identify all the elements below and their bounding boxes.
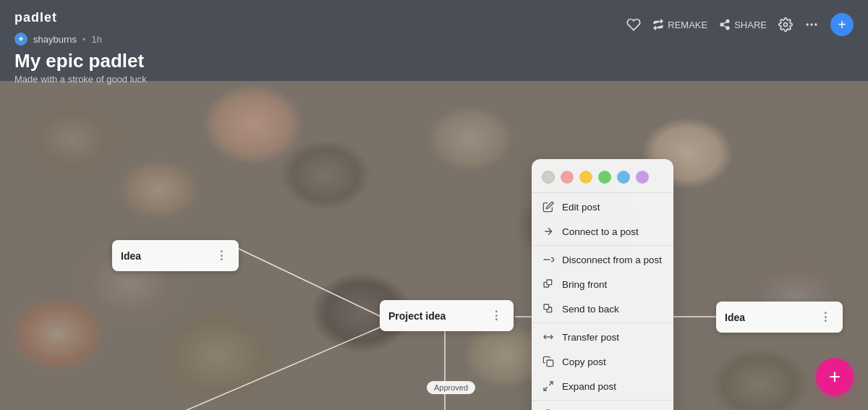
svg-point-0	[726, 20, 729, 22]
padlet-logo: padlet	[14, 10, 626, 25]
settings-button[interactable]	[778, 17, 793, 32]
svg-point-2	[726, 27, 729, 30]
menu-divider-1	[532, 192, 673, 193]
padlet-title: My epic padlet	[14, 50, 626, 72]
card-project-idea[interactable]: Project idea ⋮	[380, 300, 514, 331]
header: padlet + shayburns • 1h My epic padlet M…	[0, 0, 868, 81]
remake-button[interactable]: REMAKE	[652, 19, 707, 30]
header-right: REMAKE SHARE +	[626, 10, 854, 36]
svg-point-1	[720, 23, 723, 26]
svg-rect-20	[547, 360, 553, 367]
menu-item-edit-post[interactable]: Edit post	[532, 195, 673, 219]
heart-button[interactable]	[626, 17, 641, 32]
menu-item-send-to-back[interactable]: Send to back	[532, 296, 673, 321]
color-dot-green[interactable]	[598, 171, 611, 184]
svg-point-6	[807, 23, 809, 25]
user-plus-icon: +	[14, 33, 27, 46]
username: shayburns	[33, 34, 77, 45]
dot-separator: •	[82, 34, 86, 45]
card-idea-right-label: Idea	[725, 312, 817, 323]
send-back-icon	[542, 302, 555, 315]
color-dot-yellow[interactable]	[579, 171, 592, 184]
transfer-icon	[542, 330, 555, 343]
share-button[interactable]: SHARE	[719, 19, 767, 30]
menu-divider-4	[532, 400, 673, 401]
pencil-icon	[542, 200, 555, 213]
card-idea-right[interactable]: Idea ⋮	[716, 302, 843, 333]
svg-line-4	[723, 22, 727, 24]
svg-point-5	[784, 23, 788, 27]
menu-divider-3	[532, 323, 673, 323]
card-project-idea-menu[interactable]: ⋮	[488, 307, 505, 324]
remake-label: REMAKE	[668, 20, 707, 30]
disconnect-from-post-label: Disconnect from a post	[562, 255, 663, 265]
fab-add-button[interactable]: +	[816, 358, 854, 396]
menu-item-bring-front[interactable]: Bring front	[532, 272, 673, 296]
copy-icon	[542, 355, 555, 368]
svg-line-21	[549, 382, 553, 385]
copy-post-label: Copy post	[562, 356, 663, 367]
color-dot-blue[interactable]	[617, 171, 630, 184]
card-idea-right-menu[interactable]: ⋮	[817, 309, 834, 325]
user-row: + shayburns • 1h	[14, 33, 626, 46]
transfer-post-label: Transfer post	[562, 332, 663, 343]
menu-item-delete[interactable]: Delete	[532, 402, 673, 410]
svg-rect-18	[544, 304, 549, 309]
color-dot-red[interactable]	[561, 171, 574, 184]
arrow-disconnect-icon	[542, 253, 555, 266]
connect-to-post-label: Connect to a post	[562, 226, 663, 237]
color-picker	[532, 165, 673, 191]
padlet-subtitle: Made with a stroke of good luck	[14, 74, 626, 85]
context-menu: Edit post Connect to a post Disconnect f…	[532, 159, 673, 410]
card-idea-left-label: Idea	[121, 250, 213, 262]
svg-point-8	[814, 23, 817, 25]
menu-item-connect-to-post[interactable]: Connect to a post	[532, 219, 673, 244]
menu-item-expand-post[interactable]: Expand post	[532, 374, 673, 398]
card-idea-left[interactable]: Idea ⋮	[112, 240, 239, 271]
color-dot-purple[interactable]	[636, 171, 649, 184]
edit-post-label: Edit post	[562, 202, 663, 213]
menu-item-transfer-post[interactable]: Transfer post	[532, 325, 673, 349]
approved-badge: Approved	[427, 381, 475, 394]
bring-front-icon	[542, 278, 555, 291]
bring-front-label: Bring front	[562, 279, 663, 290]
menu-divider-2	[532, 245, 673, 246]
expand-post-label: Expand post	[562, 381, 663, 392]
arrow-connect-icon	[542, 225, 555, 238]
expand-icon	[542, 380, 555, 393]
card-project-idea-label: Project idea	[388, 310, 488, 322]
card-idea-left-menu[interactable]: ⋮	[213, 247, 230, 264]
send-to-back-label: Send to back	[562, 304, 663, 315]
more-options-button[interactable]	[804, 17, 819, 32]
svg-line-22	[544, 387, 548, 390]
canvas: Idea ⋮ Idea ⋮ Idea ⋮ Project idea ⋮ Idea…	[0, 81, 868, 410]
svg-rect-16	[547, 280, 552, 285]
svg-line-3	[723, 25, 727, 27]
header-left: padlet + shayburns • 1h My epic padlet M…	[14, 10, 626, 85]
menu-item-disconnect-from-post[interactable]: Disconnect from a post	[532, 247, 673, 272]
header-add-button[interactable]: +	[830, 13, 854, 36]
time-ago: 1h	[92, 34, 102, 45]
menu-item-copy-post[interactable]: Copy post	[532, 349, 673, 374]
color-dot-gray[interactable]	[542, 171, 555, 184]
share-label: SHARE	[734, 20, 767, 30]
svg-point-7	[810, 23, 812, 25]
